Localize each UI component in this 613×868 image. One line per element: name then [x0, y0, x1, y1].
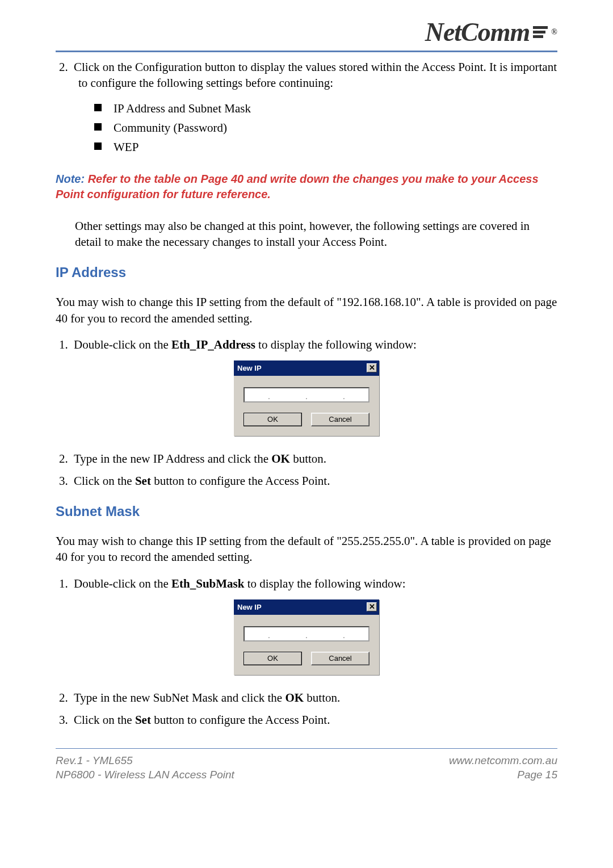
heading-subnet-mask: Subnet Mask — [56, 504, 557, 519]
other-settings-para: Other settings may also be changed at th… — [75, 218, 557, 250]
ip-step-1: 1.Double-click on the Eth_IP_Address to … — [75, 337, 557, 353]
cancel-button[interactable]: Cancel — [311, 652, 370, 665]
ip-address-input[interactable]: . . . — [243, 626, 370, 641]
eth-ip-address-label: Eth_IP_Address — [171, 338, 255, 351]
intro-text: Click on the Configuration button to dis… — [74, 60, 557, 90]
footer-right: www.netcomm.com.au Page 15 — [449, 753, 557, 782]
brand-logo: NetComm ® — [425, 17, 557, 47]
list-number: 3. — [59, 473, 74, 489]
subnet-step-1: 1.Double-click on the Eth_SubMask to dis… — [75, 576, 557, 592]
brand-name: NetComm — [425, 17, 530, 47]
bullet-wep: WEP — [94, 139, 557, 155]
dialog-title-text: New IP — [237, 603, 262, 611]
ip-step-2: 2.Type in the new IP Address and click t… — [75, 451, 557, 467]
heading-ip-address: IP Address — [56, 265, 557, 280]
page-number: Page 15 — [449, 768, 557, 782]
list-number: 3. — [59, 712, 74, 728]
list-number: 2. — [59, 451, 74, 467]
dialog-body: . . . OK Cancel — [234, 615, 379, 675]
new-ip-dialog-2: New IP ✕ . . . OK Cancel — [234, 599, 379, 675]
footer-rule — [56, 748, 557, 753]
doc-revision: Rev.1 - YML655 — [56, 753, 234, 768]
note-prefix: Note: — [56, 173, 85, 185]
cancel-button[interactable]: Cancel — [311, 413, 370, 426]
dialog-titlebar[interactable]: New IP ✕ — [234, 360, 379, 376]
registered-mark: ® — [551, 28, 557, 37]
page-footer: Rev.1 - YML655 NP6800 - Wireless LAN Acc… — [56, 753, 557, 782]
intro-step-2: 2.Click on the Configuration button to d… — [75, 59, 557, 91]
logo-bars-icon — [533, 26, 548, 38]
ok-button[interactable]: OK — [243, 652, 302, 665]
list-number: 2. — [59, 59, 74, 75]
ip-intro-para: You may wish to change this IP setting f… — [56, 294, 557, 326]
bullet-ip-subnet: IP Address and Subnet Mask — [94, 100, 557, 116]
subnet-intro-para: You may wish to change this IP setting f… — [56, 533, 557, 565]
note-text: Refer to the table on Page 40 and write … — [56, 173, 539, 200]
bullet-community: Community (Password) — [94, 120, 557, 136]
close-icon[interactable]: ✕ — [367, 363, 377, 372]
ip-address-input[interactable]: . . . — [243, 387, 370, 402]
eth-submask-label: Eth_SubMask — [171, 577, 244, 590]
close-icon[interactable]: ✕ — [367, 602, 377, 611]
ok-bold: OK — [271, 452, 290, 466]
list-number: 2. — [59, 690, 74, 706]
doc-product: NP6800 - Wireless LAN Access Point — [56, 768, 234, 782]
dialog-title-text: New IP — [237, 364, 262, 372]
page-header: NetComm ® — [56, 17, 557, 52]
ok-bold: OK — [285, 691, 304, 705]
doc-url: www.netcomm.com.au — [449, 753, 557, 768]
set-bold: Set — [135, 713, 151, 727]
new-ip-dialog: New IP ✕ . . . OK Cancel — [234, 360, 379, 436]
ok-button[interactable]: OK — [243, 413, 302, 426]
list-number: 1. — [59, 576, 74, 592]
ip-step-3: 3.Click on the Set button to configure t… — [75, 473, 557, 489]
note-block: Note: Refer to the table on Page 40 and … — [56, 171, 557, 202]
subnet-step-3: 3.Click on the Set button to configure t… — [75, 712, 557, 728]
subnet-step-2: 2.Type in the new SubNet Mask and click … — [75, 690, 557, 706]
dialog-titlebar[interactable]: New IP ✕ — [234, 599, 379, 615]
dialog-body: . . . OK Cancel — [234, 376, 379, 436]
footer-left: Rev.1 - YML655 NP6800 - Wireless LAN Acc… — [56, 753, 234, 782]
config-bullet-list: IP Address and Subnet Mask Community (Pa… — [94, 100, 557, 156]
set-bold: Set — [135, 474, 151, 488]
list-number: 1. — [59, 337, 74, 353]
